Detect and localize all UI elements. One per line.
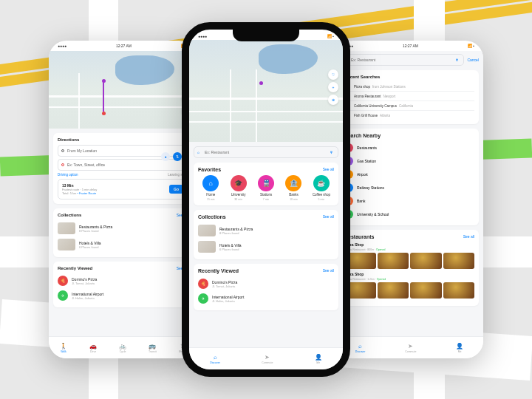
tab-drive[interactable]: 🚗Drive bbox=[89, 343, 97, 353]
start-pin bbox=[102, 79, 106, 83]
recent-item[interactable]: 🍕Domino's PizzaJl. Tomat, Jakarta bbox=[58, 273, 188, 288]
directions-title: Directions bbox=[58, 137, 188, 142]
compass-icon[interactable]: ⊕ bbox=[328, 95, 338, 105]
plane-icon: ✈ bbox=[198, 293, 208, 304]
nearby-item[interactable]: 🍴Restaurants bbox=[344, 141, 474, 154]
cancel-button[interactable]: Cancel bbox=[467, 58, 479, 62]
favorite-icon[interactable]: ♡ bbox=[328, 69, 338, 80]
search-input[interactable]: ⌕ 🎙 bbox=[340, 54, 464, 66]
tab-discover[interactable]: ⌕Discover bbox=[210, 354, 220, 364]
tab-bar: ⌕Discover ➤Commute 👤Me bbox=[189, 347, 343, 369]
map-view[interactable]: ♡ + ⊕ bbox=[189, 40, 343, 142]
recent-search-item[interactable]: ↻Fish Grill HouseAtlanta bbox=[344, 111, 474, 120]
nearby-item[interactable]: ✈Airport bbox=[344, 168, 474, 181]
nearby-item[interactable]: 🚆Railway Stations bbox=[344, 181, 474, 194]
recently-card: Recently ViewedSee all 🍕Domino's PizzaJl… bbox=[194, 264, 338, 310]
plane-icon: ✈ bbox=[58, 290, 68, 301]
phone-favorites: ●●●●📶 ▪ ♡ + ⊕ ⌕ 🎙 FavoritesSee all ⌂Home… bbox=[182, 22, 350, 377]
pizza-icon: 🍕 bbox=[198, 279, 208, 289]
tab-bar: 🚶Walk 🚗Drive 🚲Cycle 🚌Transit ⇪Share bbox=[49, 336, 197, 358]
voice-icon[interactable]: ● bbox=[161, 152, 170, 161]
tab-commute[interactable]: ➤Commute bbox=[262, 354, 273, 364]
favorite-stations[interactable]: 🚆Stations7 min bbox=[253, 175, 279, 201]
favorite-banks[interactable]: 🏦Banks10 min bbox=[281, 175, 306, 201]
favorite-home[interactable]: ⌂Home15 min bbox=[198, 175, 223, 201]
trip-card[interactable]: 13 Min Fastest route · 5 min delay Total… bbox=[58, 179, 188, 200]
collection-item[interactable]: Hotels & Villa6 Places found bbox=[58, 236, 188, 253]
restaurant-item[interactable]: Pizza Shop Aroma Restaurant · 1.2km · Op… bbox=[344, 272, 474, 299]
nearby-item[interactable]: 🏦Bank bbox=[344, 194, 474, 208]
bank-icon: 🏦 bbox=[285, 175, 301, 191]
recent-item[interactable]: ✈International AirportJl. Halim, Jakarta bbox=[58, 288, 188, 303]
restaurants-card: RestaurantsSee all Pizza Shop Aroma Rest… bbox=[340, 230, 479, 306]
collections-card: CollectionsSee all Restaurants & Pizza8 … bbox=[53, 208, 192, 257]
route-line bbox=[103, 81, 104, 112]
swap-icon[interactable]: ⇅ bbox=[173, 152, 182, 161]
notch bbox=[233, 30, 299, 41]
favorite-coffee[interactable]: ☕Coffee shop5 min bbox=[309, 175, 334, 201]
tab-transit[interactable]: 🚌Transit bbox=[149, 343, 157, 353]
collections-card: CollectionsSee all Restaurants & Pizza8 … bbox=[194, 210, 338, 259]
recent-search-item[interactable]: ↻Aroma RestaurantNewport bbox=[344, 92, 474, 101]
home-icon: ⌂ bbox=[202, 175, 219, 191]
recent-search-item[interactable]: ↻Pizza shopfrom Johnson Stations bbox=[344, 82, 474, 92]
nearby-item[interactable]: ⛽Gas Station bbox=[344, 154, 474, 168]
train-icon: 🚆 bbox=[258, 175, 274, 191]
favorite-university[interactable]: 🎓University30 min bbox=[225, 175, 250, 201]
add-icon[interactable]: + bbox=[328, 82, 338, 92]
recent-item[interactable]: 🍕Domino's PizzaJl. Tomat, Jakarta bbox=[198, 276, 334, 291]
tab-commute[interactable]: ➤Commute bbox=[405, 343, 416, 353]
status-bar: ●●●●12:27 AM📶 ▪ bbox=[335, 41, 483, 51]
directions-card: Directions From My Location Ex: Town, St… bbox=[53, 133, 192, 204]
collection-item[interactable]: Hotels & Villa6 Places found bbox=[198, 239, 334, 255]
see-all-link[interactable]: See all bbox=[323, 214, 334, 219]
see-all-link[interactable]: See all bbox=[323, 167, 334, 171]
phone-search: ●●●●12:27 AM📶 ▪ ⌕ 🎙 Cancel Recent Search… bbox=[335, 41, 483, 358]
tab-cycle[interactable]: 🚲Cycle bbox=[119, 343, 126, 353]
to-input[interactable]: Ex: Town, Street, office bbox=[58, 159, 188, 171]
pizza-icon: 🍕 bbox=[58, 276, 68, 286]
end-pin bbox=[102, 112, 106, 115]
nearby-item[interactable]: 🎓University & School bbox=[344, 208, 474, 221]
recently-card: Recently ViewedSee all 🍕Domino's PizzaJl… bbox=[53, 262, 192, 307]
tab-me[interactable]: 👤Me bbox=[315, 354, 322, 364]
tab-walk[interactable]: 🚶Walk bbox=[60, 343, 67, 353]
see-all-link[interactable]: See all bbox=[463, 234, 474, 239]
restaurant-item[interactable]: Pizza Shop Aroma Restaurant · 800m · Ope… bbox=[344, 242, 474, 269]
phone-directions: ●●●●12:27 AM📶 ▪ ♡ + ⊕ Directions From My… bbox=[49, 41, 197, 358]
map-view[interactable]: ♡ + ⊕ bbox=[49, 51, 197, 129]
search-nearby-card: Search Nearby 🍴Restaurants ⛽Gas Station … bbox=[340, 129, 479, 225]
recent-searches-card: Recent Searches ↻Pizza shopfrom Johnson … bbox=[340, 70, 479, 124]
collection-item[interactable]: Restaurants & Pizza8 Places found bbox=[198, 222, 334, 239]
status-bar: ●●●●12:27 AM📶 ▪ bbox=[49, 41, 197, 51]
mic-icon[interactable]: 🎙 bbox=[455, 58, 460, 62]
search-input[interactable]: ⌕ 🎙 bbox=[194, 146, 338, 158]
recent-search-item[interactable]: ↻California University CampusCalifornia bbox=[344, 101, 474, 111]
recent-item[interactable]: ✈International AirportJl. Halim, Jakarta bbox=[198, 291, 334, 306]
location-pin bbox=[259, 81, 263, 85]
tab-bar: ⌕Discover ➤Commute 👤Me bbox=[335, 336, 483, 358]
favorites-card: FavoritesSee all ⌂Home15 min 🎓University… bbox=[194, 163, 338, 205]
search-icon: ⌕ bbox=[197, 150, 202, 154]
coffee-icon: ☕ bbox=[313, 175, 330, 191]
tab-discover[interactable]: ⌕Discover bbox=[355, 343, 366, 353]
school-icon: 🎓 bbox=[231, 175, 247, 191]
tab-me[interactable]: 👤Me bbox=[456, 343, 463, 353]
bottom-sheet: Directions From My Location Ex: Town, St… bbox=[49, 129, 197, 336]
see-all-link[interactable]: See all bbox=[323, 268, 334, 273]
collection-item[interactable]: Restaurants & Pizza8 Places found bbox=[58, 220, 188, 236]
mic-icon[interactable]: 🎙 bbox=[330, 150, 335, 154]
driving-option-link[interactable]: Driving option bbox=[58, 173, 78, 177]
